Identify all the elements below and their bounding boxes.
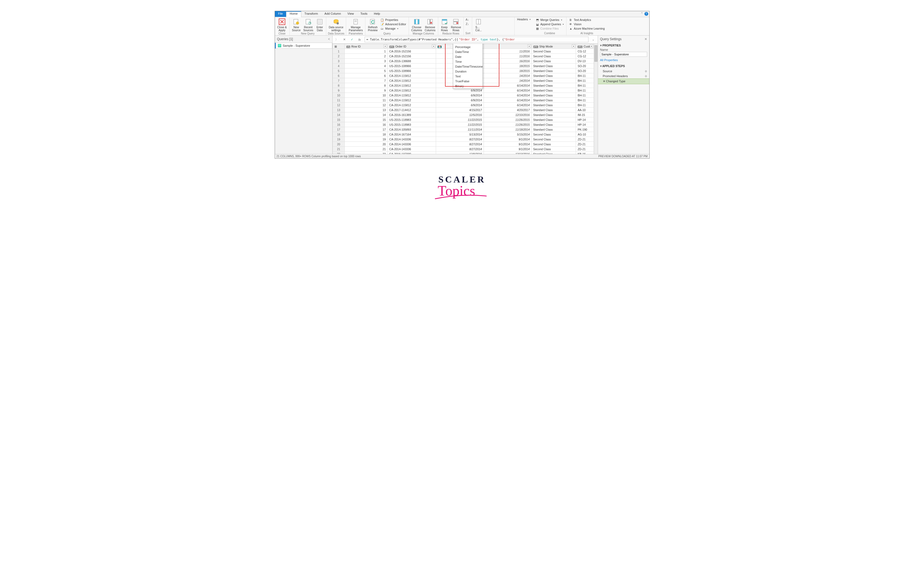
- table-row[interactable]: 1919CA-2014-1433368/27/20149/1/2014Secon…: [333, 137, 594, 142]
- queries-title: Queries [1]: [277, 37, 293, 41]
- menu-view[interactable]: View: [344, 11, 357, 17]
- table-row[interactable]: 1515US-2015-11898311/22/201511/26/2015St…: [333, 117, 594, 122]
- vision-button[interactable]: 👁Vision: [568, 22, 606, 26]
- keep-rows-button[interactable]: Keep Rows: [440, 18, 449, 32]
- sort-ascending-button[interactable]: A↓: [465, 18, 469, 21]
- queries-pane: Queries [1]< Sample - Superstore: [275, 36, 333, 154]
- row-index-header[interactable]: ⊞: [333, 44, 345, 49]
- data-type-menu: Decimal NumberFixed decimal numberWhole …: [453, 44, 483, 89]
- query-name-input[interactable]: [600, 52, 647, 57]
- all-properties-link[interactable]: All Properties: [598, 58, 649, 63]
- recent-sources-button[interactable]: Recent Sources: [302, 18, 314, 32]
- table-row[interactable]: 1414CA-2016-16138912/5/201612/10/2016Sta…: [333, 112, 594, 117]
- menu-add-column[interactable]: Add Column: [321, 11, 344, 17]
- query-item[interactable]: Sample - Superstore: [275, 43, 332, 49]
- gear-icon[interactable]: ⚙: [645, 75, 647, 77]
- refresh-preview-button[interactable]: Refresh Preview: [367, 18, 378, 32]
- datatype-option-binary[interactable]: Binary: [453, 84, 482, 89]
- svg-point-7: [337, 22, 339, 25]
- datatype-option-time[interactable]: Time: [453, 59, 482, 64]
- watermark: SCALER Topics: [275, 175, 650, 202]
- table-row[interactable]: 1313CA-2017-1144124/15/20174/20/2017Stan…: [333, 107, 594, 112]
- append-queries-button[interactable]: ⬓Append Queries: [535, 22, 564, 26]
- formula-bar: 〉 ✕ ✓ fx = Table.TransformColumnTypes(#"…: [333, 36, 598, 44]
- formula-cancel-icon[interactable]: ✕: [342, 37, 347, 42]
- status-bar: 21 COLUMNS, 999+ ROWS Column profiling b…: [275, 154, 649, 158]
- table-row[interactable]: 2222CA-2016-13733012/9/201612/13/2016Sta…: [333, 152, 594, 154]
- query-settings-pane: Query Settings✕ PROPERTIES Name All Prop…: [598, 36, 649, 154]
- datatype-option-date-time-timezone[interactable]: Date/Time/Timezone: [453, 64, 482, 69]
- formula-input[interactable]: = Table.TransformColumnTypes(#"Promoted …: [365, 37, 589, 42]
- help-icon[interactable]: ?: [644, 12, 648, 16]
- column-header-order-id[interactable]: AᴮCOrder ID▾: [388, 44, 436, 49]
- table-row[interactable]: 1616US-2015-11898311/22/201511/26/2015St…: [333, 122, 594, 127]
- column-filter-icon[interactable]: ▾: [590, 45, 593, 48]
- data-source-settings-button[interactable]: Data source settings: [328, 18, 344, 32]
- datatype-option-date-time[interactable]: Date/Time: [453, 49, 482, 54]
- ribbon: Close & Apply Close New Source Recent So…: [275, 17, 649, 36]
- table-row[interactable]: 2121CA-2014-1433368/27/20149/1/2014Secon…: [333, 147, 594, 152]
- new-source-button[interactable]: New Source: [291, 18, 302, 32]
- column-header-custo[interactable]: AᴮCCusto▾: [576, 44, 594, 49]
- headers-button[interactable]: Headers: [516, 18, 531, 21]
- formula-expand-icon[interactable]: ⌄: [591, 37, 596, 42]
- table-row[interactable]: 1717CA-2014-10589311/11/201411/18/2014St…: [333, 127, 594, 132]
- table-row[interactable]: 1212CA-2014-1158126/9/20146/14/2014Stand…: [333, 103, 594, 107]
- menu-help[interactable]: Help: [371, 11, 383, 17]
- fx-icon[interactable]: fx: [357, 37, 363, 42]
- sort-descending-button[interactable]: Z↓: [465, 22, 469, 26]
- expand-pane-icon[interactable]: 〉: [334, 37, 340, 42]
- svg-rect-20: [454, 21, 458, 22]
- datatype-option-text[interactable]: Text: [453, 74, 482, 79]
- datatype-option-duration[interactable]: Duration: [453, 69, 482, 74]
- collapse-pane-icon[interactable]: <: [328, 37, 330, 41]
- table-row[interactable]: 1010CA-2014-1158126/9/20146/14/2014Stand…: [333, 93, 594, 98]
- text-analytics-button[interactable]: 🗎Text Analytics: [568, 18, 606, 22]
- datatype-option-date[interactable]: Date: [453, 54, 482, 59]
- advanced-editor-button[interactable]: 📝Advanced Editor: [380, 22, 407, 26]
- column-filter-icon[interactable]: ▾: [528, 45, 531, 48]
- combine-files-button[interactable]: ▦Combine Files: [535, 26, 564, 31]
- enter-data-button[interactable]: Enter Data: [315, 18, 324, 32]
- applied-step-promoted-headers[interactable]: Promoted Headers⚙: [598, 74, 649, 79]
- column-header-ship-mode[interactable]: AᴮCShip Mode▾: [531, 44, 576, 49]
- column-header-row-id[interactable]: 1²₃Row ID▾: [345, 44, 388, 49]
- table-row[interactable]: 2020CA-2014-1433368/27/20149/1/2014Secon…: [333, 142, 594, 147]
- power-query-editor: File HomeTransformAdd ColumnViewToolsHel…: [275, 11, 650, 158]
- manage-button[interactable]: 🗂Manage: [380, 26, 407, 31]
- merge-queries-button[interactable]: ⬒Merge Queries: [535, 18, 564, 22]
- menu-transform[interactable]: Transform: [301, 11, 322, 17]
- table-row[interactable]: 1111CA-2014-1158126/9/20146/14/2014Stand…: [333, 98, 594, 103]
- remove-columns-button[interactable]: Remove Columns: [424, 18, 436, 32]
- svg-rect-14: [417, 19, 419, 24]
- data-preview: 〉 ✕ ✓ fx = Table.TransformColumnTypes(#"…: [333, 36, 598, 154]
- manage-parameters-button[interactable]: Manage Parameters: [348, 18, 363, 32]
- applied-steps-section[interactable]: APPLIED STEPS: [598, 63, 649, 69]
- choose-columns-button[interactable]: Choose Columns: [411, 18, 423, 32]
- datatype-option-true-false[interactable]: True/False: [453, 79, 482, 84]
- datatype-option-percentage[interactable]: Percentage: [453, 45, 482, 49]
- menu-home[interactable]: Home: [286, 11, 301, 17]
- column-header-ship-date[interactable]: ▾: [483, 44, 531, 49]
- column-filter-icon[interactable]: ▾: [572, 45, 575, 48]
- gear-icon[interactable]: ⚙: [645, 70, 647, 73]
- menu-file[interactable]: File: [275, 11, 286, 17]
- close-settings-icon[interactable]: ✕: [644, 37, 647, 41]
- aml-button[interactable]: ▲Azure Machine Learning: [568, 26, 606, 31]
- table-icon: [278, 44, 281, 47]
- table-row[interactable]: 1818CA-2014-1671645/13/20145/15/2014Seco…: [333, 132, 594, 137]
- column-filter-icon[interactable]: ▾: [432, 45, 435, 48]
- remove-rows-button[interactable]: Remove Rows: [450, 18, 462, 32]
- properties-button[interactable]: 📋Properties: [380, 18, 407, 22]
- applied-step-changed-type[interactable]: ✕ Changed Type: [598, 79, 649, 84]
- close-apply-button[interactable]: Close & Apply: [277, 18, 288, 32]
- column-filter-icon[interactable]: ▾: [384, 45, 387, 48]
- applied-step-source[interactable]: Source⚙: [598, 69, 649, 74]
- name-label: Name: [598, 48, 649, 52]
- vertical-scrollbar[interactable]: [594, 44, 598, 154]
- formula-commit-icon[interactable]: ✓: [350, 37, 355, 42]
- ribbon-collapse-icon[interactable]: ^: [640, 11, 644, 17]
- split-column-button[interactable]: S...Col...: [474, 18, 483, 32]
- menu-tools[interactable]: Tools: [357, 11, 371, 17]
- properties-section[interactable]: PROPERTIES: [598, 43, 649, 48]
